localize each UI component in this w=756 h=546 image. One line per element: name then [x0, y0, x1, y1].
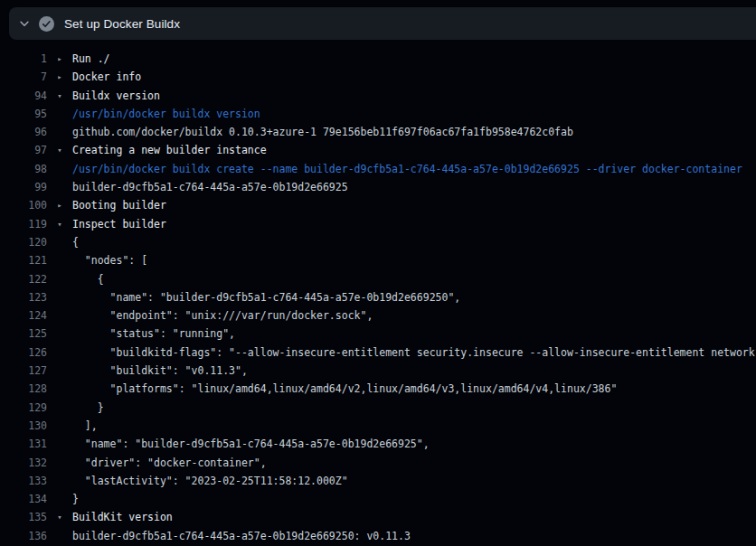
toggle-spacer	[47, 251, 72, 269]
group-title[interactable]: Booting builder	[72, 196, 756, 214]
log-row: 96github.com/docker/buildx 0.10.3+azure-…	[0, 123, 756, 141]
line-number[interactable]: 134	[0, 490, 47, 508]
output-text: github.com/docker/buildx 0.10.3+azure-1 …	[72, 123, 756, 141]
line-number[interactable]: 119	[0, 215, 47, 233]
line-number[interactable]: 136	[0, 527, 47, 545]
log-row: 126 "buildkitd-flags": "--allow-insecure…	[0, 344, 756, 362]
line-number[interactable]: 132	[0, 454, 47, 472]
log-row: 120{	[0, 233, 756, 251]
line-number[interactable]: 7	[0, 68, 47, 86]
toggle-spacer	[47, 160, 72, 178]
line-number[interactable]: 99	[0, 178, 47, 196]
line-number[interactable]: 1	[0, 50, 47, 68]
toggle-spacer	[47, 380, 72, 398]
output-text: "name": "builder-d9cfb5a1-c764-445a-a57e…	[72, 435, 756, 453]
log-row[interactable]: 7▸Docker info	[0, 68, 756, 86]
output-text: "name": "builder-d9cfb5a1-c764-445a-a57e…	[72, 288, 756, 306]
output-text: ],	[72, 417, 756, 435]
log-pane[interactable]: 1▸Run ./7▸Docker info94▾Buildx version95…	[0, 40, 756, 546]
line-number[interactable]: 123	[0, 288, 47, 306]
log-row[interactable]: 119▾Inspect builder	[0, 215, 756, 233]
toggle-spacer	[47, 288, 72, 306]
triangle-right-icon[interactable]: ▸	[47, 50, 72, 68]
line-number[interactable]: 121	[0, 251, 47, 269]
log-row: 127 "buildkit": "v0.11.3",	[0, 362, 756, 380]
line-number[interactable]: 96	[0, 123, 47, 141]
toggle-spacer	[47, 325, 72, 343]
toggle-spacer	[47, 527, 72, 545]
triangle-right-icon[interactable]: ▸	[47, 196, 72, 214]
log-row: 122 {	[0, 270, 756, 288]
triangle-right-icon[interactable]: ▸	[47, 68, 72, 86]
triangle-down-icon[interactable]: ▾	[47, 215, 72, 233]
line-number[interactable]: 124	[0, 306, 47, 325]
toggle-spacer	[47, 435, 72, 453]
line-number[interactable]: 97	[0, 141, 47, 159]
log-row: 133 "lastActivity": "2023-02-25T11:58:12…	[0, 472, 756, 490]
log-row[interactable]: 100▸Booting builder	[0, 196, 756, 214]
line-number[interactable]: 95	[0, 105, 47, 123]
toggle-spacer	[47, 105, 72, 123]
log-row: 132 "driver": "docker-container",	[0, 454, 756, 472]
toggle-spacer	[47, 123, 72, 141]
log-row: 134}	[0, 490, 756, 508]
output-text: {	[72, 270, 756, 288]
line-number[interactable]: 120	[0, 233, 47, 251]
toggle-spacer	[47, 472, 72, 490]
output-text: {	[72, 233, 756, 251]
log-row: 130 ],	[0, 417, 756, 435]
log-row: 125 "status": "running",	[0, 325, 756, 343]
command-text: /usr/bin/docker buildx version	[72, 105, 756, 123]
line-number[interactable]: 126	[0, 344, 47, 362]
log-row: 131 "name": "builder-d9cfb5a1-c764-445a-…	[0, 435, 756, 453]
output-text: "platforms": "linux/amd64,linux/amd64/v2…	[72, 380, 756, 398]
output-text: builder-d9cfb5a1-c764-445a-a57e-0b19d2e6…	[72, 527, 756, 545]
line-number[interactable]: 127	[0, 362, 47, 380]
output-text: builder-d9cfb5a1-c764-445a-a57e-0b19d2e6…	[72, 178, 756, 196]
output-text: "buildkit": "v0.11.3",	[72, 362, 756, 380]
line-number[interactable]: 130	[0, 417, 47, 435]
success-check-icon	[39, 16, 54, 32]
chevron-down-icon[interactable]	[16, 15, 33, 32]
toggle-spacer	[47, 233, 72, 251]
output-text: }	[72, 490, 756, 508]
log-row: 123 "name": "builder-d9cfb5a1-c764-445a-…	[0, 288, 756, 306]
log-row[interactable]: 1▸Run ./	[0, 50, 756, 68]
line-number[interactable]: 122	[0, 270, 47, 288]
triangle-down-icon[interactable]: ▾	[47, 508, 72, 526]
line-number[interactable]: 128	[0, 380, 47, 398]
triangle-down-icon[interactable]: ▾	[47, 87, 72, 105]
log-row[interactable]: 135▾BuildKit version	[0, 508, 756, 526]
log-row[interactable]: 97▾Creating a new builder instance	[0, 141, 756, 159]
log-row: 121 "nodes": [	[0, 251, 756, 269]
log-row: 99builder-d9cfb5a1-c764-445a-a57e-0b19d2…	[0, 178, 756, 196]
line-number[interactable]: 94	[0, 87, 47, 105]
group-title[interactable]: Creating a new builder instance	[72, 141, 756, 159]
group-title[interactable]: Buildx version	[72, 87, 756, 105]
line-number[interactable]: 98	[0, 160, 47, 178]
toggle-spacer	[47, 306, 72, 325]
line-number[interactable]: 133	[0, 472, 47, 490]
output-text: "lastActivity": "2023-02-25T11:58:12.000…	[72, 472, 756, 490]
log-lines: 1▸Run ./7▸Docker info94▾Buildx version95…	[0, 50, 756, 545]
command-text: /usr/bin/docker buildx create --name bui…	[72, 160, 756, 178]
toggle-spacer	[47, 490, 72, 508]
line-number[interactable]: 125	[0, 325, 47, 343]
group-title[interactable]: Run ./	[72, 50, 756, 68]
group-title[interactable]: Inspect builder	[72, 215, 756, 233]
line-number[interactable]: 135	[0, 508, 47, 526]
toggle-spacer	[47, 178, 72, 196]
group-title[interactable]: Docker info	[72, 68, 756, 86]
log-row: 129 }	[0, 399, 756, 417]
output-text: }	[72, 399, 756, 417]
triangle-down-icon[interactable]: ▾	[47, 141, 72, 159]
line-number[interactable]: 131	[0, 435, 47, 453]
log-row[interactable]: 94▾Buildx version	[0, 87, 756, 105]
step-title: Set up Docker Buildx	[64, 17, 180, 31]
output-text: "driver": "docker-container",	[72, 454, 756, 472]
group-title[interactable]: BuildKit version	[72, 508, 756, 526]
line-number[interactable]: 129	[0, 399, 47, 417]
line-number[interactable]: 100	[0, 196, 47, 214]
step-header[interactable]: Set up Docker Buildx	[9, 7, 756, 40]
output-text: "endpoint": "unix:///var/run/docker.sock…	[72, 306, 756, 325]
